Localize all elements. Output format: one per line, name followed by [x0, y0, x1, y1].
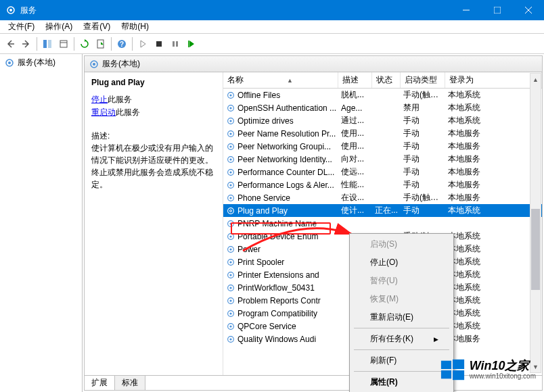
svg-rect-61	[441, 361, 451, 369]
svg-rect-15	[176, 41, 178, 47]
maximize-button[interactable]	[482, 0, 513, 20]
sort-arrow-icon: ▲	[287, 77, 293, 84]
table-row[interactable]: Performance Counter DL...使远...手动本地服务	[223, 166, 542, 178]
pane-header-label: 服务(本地)	[102, 58, 140, 70]
service-title: Plug and Play	[91, 78, 216, 87]
svg-point-54	[229, 299, 231, 301]
svg-point-32	[229, 158, 231, 160]
separator	[354, 328, 449, 328]
svg-rect-7	[48, 40, 51, 48]
watermark-title: Win10之家	[470, 360, 536, 373]
export-list-button[interactable]	[93, 36, 108, 51]
svg-point-22	[229, 94, 231, 96]
table-row[interactable]: Plug and Play使计...正在...手动本地系统	[223, 204, 542, 217]
ctx-all-tasks[interactable]: 所有任务(K)▶	[351, 330, 452, 348]
separator	[37, 37, 37, 51]
table-row[interactable]: Optimize drives通过...手动本地系统	[223, 114, 542, 127]
separator	[111, 37, 112, 51]
ctx-resume[interactable]: 恢复(M)	[351, 290, 452, 308]
ctx-start[interactable]: 启动(S)	[351, 235, 452, 253]
table-row[interactable]: OpenSSH Authentication ...Age...禁用本地系统	[223, 101, 542, 114]
column-desc[interactable]: 描述	[338, 72, 372, 88]
chevron-right-icon: ▶	[434, 336, 438, 343]
table-row[interactable]: Phone Service在设...手动(触发...本地服务	[223, 191, 542, 204]
svg-rect-63	[441, 370, 451, 378]
detail-pane: Plug and Play 停止此服务 重启动此服务 描述: 使计算机在极少或没…	[85, 72, 223, 375]
svg-point-38	[229, 197, 231, 199]
tree-root[interactable]: 服务(本地)	[1, 55, 81, 70]
context-menu: 启动(S) 停止(O) 暂停(U) 恢复(M) 重新启动(E) 所有任务(K)▶…	[349, 233, 454, 392]
table-row[interactable]: PNRP Machine Name	[223, 217, 542, 230]
ctx-restart[interactable]: 重新启动(E)	[351, 308, 452, 326]
desc-label: 描述:	[91, 130, 216, 142]
svg-point-20	[93, 63, 95, 66]
restart-link[interactable]: 重启动	[91, 107, 116, 117]
stop-link[interactable]: 停止	[91, 95, 108, 104]
window-title: 服务	[20, 5, 451, 16]
tree-pane: 服务(本地)	[0, 54, 83, 392]
pause-service-button[interactable]	[168, 36, 183, 51]
column-start[interactable]: 启动类型	[401, 72, 445, 88]
menu-help[interactable]: 帮助(H)	[116, 20, 154, 34]
column-name[interactable]: 名称▲	[223, 72, 338, 88]
back-button[interactable]	[3, 36, 18, 51]
svg-point-52	[229, 287, 231, 289]
tab-extended[interactable]: 扩展	[85, 376, 115, 390]
column-state[interactable]: 状态	[372, 72, 401, 88]
svg-point-42	[229, 222, 231, 224]
tree-root-label: 服务(本地)	[18, 57, 55, 68]
refresh-button[interactable]	[77, 36, 92, 51]
svg-point-1	[9, 9, 12, 11]
svg-point-30	[229, 145, 231, 147]
forward-button[interactable]	[19, 36, 34, 51]
minimize-button[interactable]	[451, 0, 482, 20]
column-logon[interactable]: 登录为	[445, 72, 542, 88]
scroll-up-icon[interactable]: ▲	[530, 74, 541, 85]
menu-view[interactable]: 查看(V)	[78, 20, 116, 34]
scroll-thumb[interactable]	[531, 209, 540, 290]
ctx-pause[interactable]: 暂停(U)	[351, 272, 452, 290]
separator	[132, 37, 133, 51]
svg-rect-13	[156, 41, 162, 47]
windows-logo-icon	[440, 357, 466, 383]
tab-standard[interactable]: 标准	[115, 376, 145, 390]
svg-point-24	[229, 107, 231, 109]
ctx-stop[interactable]: 停止(O)	[351, 253, 452, 272]
svg-point-26	[229, 120, 231, 122]
table-row[interactable]: Peer Networking Groupi...使用...手动本地服务	[223, 140, 542, 153]
restart-service-button[interactable]	[184, 36, 199, 51]
svg-point-36	[229, 184, 231, 186]
ctx-properties[interactable]: 属性(R)	[351, 373, 452, 391]
svg-rect-8	[60, 41, 67, 47]
export-button[interactable]	[56, 36, 71, 51]
svg-point-58	[229, 325, 231, 327]
gear-icon	[89, 59, 99, 70]
separator	[354, 371, 449, 372]
help-button[interactable]: ?	[114, 36, 129, 51]
separator	[74, 37, 74, 51]
menubar: 文件(F) 操作(A) 查看(V) 帮助(H)	[0, 20, 544, 34]
svg-point-56	[229, 312, 231, 314]
ctx-refresh[interactable]: 刷新(F)	[351, 351, 452, 370]
svg-point-60	[229, 338, 231, 340]
close-button[interactable]	[513, 0, 544, 20]
table-row[interactable]: Peer Name Resolution Pr...使用...手动本地服务	[223, 127, 542, 140]
menu-file[interactable]: 文件(F)	[3, 20, 40, 34]
right-pane: 服务(本地) Plug and Play 停止此服务 重启动此服务 描述: 使计…	[84, 55, 543, 391]
svg-point-50	[229, 274, 231, 276]
table-row[interactable]: Peer Networking Identity...向对...手动本地服务	[223, 153, 542, 166]
svg-rect-3	[494, 7, 501, 14]
show-hide-tree-button[interactable]	[40, 36, 55, 51]
table-row[interactable]: Performance Logs & Aler...性能...手动本地服务	[223, 178, 542, 191]
vertical-scrollbar[interactable]: ▲ ▼	[530, 73, 541, 373]
menu-action[interactable]: 操作(A)	[40, 20, 78, 34]
svg-text:?: ?	[120, 41, 124, 48]
desc-text: 使计算机在极少或没有用户输入的情况下能识别并适应硬件的更改。终止或禁用此服务会造…	[91, 142, 216, 191]
separator	[354, 349, 449, 350]
svg-rect-6	[43, 40, 47, 48]
table-row[interactable]: Offline Files脱机...手动(触发...本地系统	[223, 89, 542, 101]
gear-icon	[4, 57, 15, 68]
start-service-button[interactable]	[135, 36, 150, 51]
stop-service-button[interactable]	[152, 36, 166, 51]
svg-point-48	[229, 261, 231, 263]
